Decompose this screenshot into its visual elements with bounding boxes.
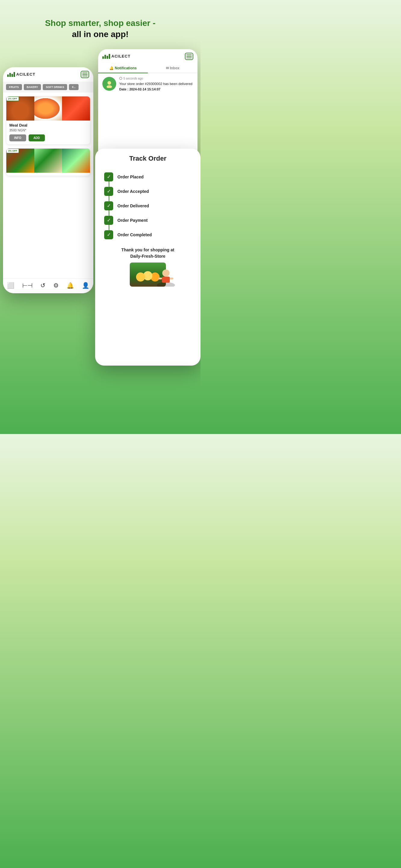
rtp-ham-3: [186, 58, 192, 58]
notif-date-value: 2024-02-14 15:14:07: [129, 87, 161, 91]
notif-date: Date : 2024-02-14 15:14:07: [119, 87, 193, 91]
rtp-bar-2: [104, 55, 106, 59]
nav-bell-icon[interactable]: 🔔: [67, 282, 74, 289]
notification-item: 5 seconds ago Your store order #29300002…: [98, 73, 198, 95]
product-image-3: [62, 96, 90, 121]
store-person-icon: [148, 262, 166, 287]
category-soft-drinks[interactable]: SOFT DRINKS: [43, 84, 67, 90]
nav-person-icon[interactable]: 👤: [82, 282, 90, 289]
tab-notifications-label: Notifications: [115, 66, 137, 70]
ham-line-2: [82, 74, 88, 75]
product-card-1: 2% OFF Meal Deal 3500 NGN* INFO ADD: [6, 96, 90, 145]
track-order-content: Track Order ✓ Order Placed ✓ Order Accep…: [95, 149, 201, 293]
notif-avatar: [102, 77, 116, 91]
notification-tabs: 🔔 Notifications ✉ Inbox: [98, 64, 198, 73]
nav-history-icon[interactable]: ↺: [40, 282, 45, 289]
mail-tab-icon: ✉: [166, 66, 169, 70]
svg-rect-5: [158, 278, 162, 279]
rtp-hamburger-button[interactable]: [185, 53, 193, 60]
product-image-v3: [62, 149, 90, 173]
svg-point-0: [107, 81, 111, 85]
product-image-v2: [34, 149, 62, 173]
logo-bar-1: [7, 74, 9, 77]
notif-time: 5 seconds ago: [119, 77, 193, 80]
discount-badge-1: 2% OFF: [6, 96, 19, 101]
rtp-bar-3: [107, 56, 108, 59]
logo-bars-icon: [7, 72, 15, 77]
notif-message: Your store order #29300002 has been deli…: [119, 82, 193, 86]
product-image-2: [34, 96, 62, 121]
add-button-1[interactable]: ADD: [29, 134, 45, 141]
category-more[interactable]: F...: [69, 84, 78, 90]
thankyou-line2: Daily-Fresh-Store: [130, 254, 166, 258]
logo-text: ACILECT: [16, 72, 35, 76]
thankyou-section: Thank you for shopping at Daily-Fresh-St…: [101, 247, 195, 287]
rtp-logo-text: ACILECT: [111, 54, 130, 59]
product-actions-1: INFO ADD: [6, 134, 90, 141]
product-info-1: Meal Deal 3500 NGN*: [6, 121, 90, 132]
track-steps: ✓ Order Placed ✓ Order Accepted ✓ Order …: [101, 170, 195, 242]
thankyou-line1: Thank you for shopping at: [121, 247, 174, 252]
phone-right-bottom: Track Order ✓ Order Placed ✓ Order Accep…: [95, 149, 201, 366]
phone-left: ACILECT FRUITS BAKERY SOFT DRINKS F... 2…: [3, 67, 93, 293]
user-avatar-icon: [105, 80, 113, 88]
rtp-ham-2: [186, 56, 192, 57]
hero-title-line1: Shop smarter, shop easier -: [0, 18, 201, 28]
thankyou-text: Thank you for shopping at Daily-Fresh-St…: [101, 247, 195, 259]
phone-right-top: ACILECT 🔔 Notifications ✉ Inbox: [98, 49, 198, 161]
store-image: [130, 262, 166, 287]
product-card-2: 3% OFF: [6, 148, 90, 176]
notif-time-ago: 5 seconds ago: [124, 77, 143, 80]
track-step-2: ✓ Order Accepted: [104, 184, 195, 198]
nav-grid-large-icon[interactable]: ⬜: [7, 282, 14, 289]
track-order-title: Track Order: [101, 155, 195, 162]
step-check-5: ✓: [104, 230, 113, 239]
ham-line-3: [82, 76, 88, 76]
bottom-nav: ⬜ ⊢⊣ ↺ ⚙ 🔔 👤: [3, 278, 93, 293]
info-button-1[interactable]: INFO: [9, 134, 26, 141]
track-step-3: ✓ Order Delivered: [104, 198, 195, 213]
step-label-3: Order Delivered: [118, 198, 149, 213]
svg-rect-4: [162, 277, 166, 283]
product-name-1: Meal Deal: [9, 123, 87, 127]
logo-bar-2: [9, 73, 11, 77]
categories-bar: FRUITS BAKERY SOFT DRINKS F...: [3, 82, 93, 93]
svg-point-1: [107, 85, 112, 88]
product-price-1: 3500 NGN*: [9, 128, 87, 132]
rtp-header: ACILECT: [98, 49, 198, 64]
track-step-4: ✓ Order Payment: [104, 213, 195, 227]
rtp-bar-4: [109, 54, 110, 59]
logo-bar-4: [13, 72, 15, 77]
logo-bar-3: [11, 74, 13, 77]
discount-badge-2: 3% OFF: [6, 149, 19, 153]
left-phone-header: ACILECT: [3, 67, 93, 82]
hero-section: Shop smarter, shop easier - all in one a…: [0, 0, 201, 49]
notif-body: 5 seconds ago Your store order #29300002…: [119, 77, 193, 91]
ham-line-1: [82, 73, 88, 73]
rtp-ham-1: [186, 55, 192, 55]
hamburger-button[interactable]: [81, 71, 89, 78]
svg-point-2: [157, 282, 166, 287]
rtp-bar-1: [102, 56, 104, 59]
nav-grid-small-icon[interactable]: ⊢⊣: [22, 282, 33, 289]
tab-inbox-label: Inbox: [170, 66, 179, 70]
step-label-5: Order Completed: [118, 227, 152, 242]
product-images-row-2: 3% OFF: [6, 149, 90, 173]
step-label-1: Order Placed: [118, 170, 144, 184]
step-label-4: Order Payment: [118, 213, 147, 227]
tab-notifications[interactable]: 🔔 Notifications: [98, 64, 148, 73]
category-fruits[interactable]: FRUITS: [6, 84, 22, 90]
notif-date-label: Date :: [119, 87, 129, 91]
nav-settings-icon[interactable]: ⚙: [53, 282, 59, 289]
category-bakery[interactable]: BAKERY: [24, 84, 41, 90]
step-label-2: Order Accepted: [118, 184, 149, 198]
store-img-inner: [130, 262, 166, 287]
tab-inbox[interactable]: ✉ Inbox: [148, 64, 198, 73]
logo: ACILECT: [7, 72, 35, 77]
bell-tab-icon: 🔔: [109, 66, 114, 70]
rtp-logo-bars-icon: [102, 54, 110, 59]
svg-point-3: [162, 270, 166, 277]
rtp-logo: ACILECT: [102, 54, 130, 59]
notif-dot-icon: [119, 77, 122, 80]
hero-title-line2: all in one app!: [0, 28, 201, 40]
